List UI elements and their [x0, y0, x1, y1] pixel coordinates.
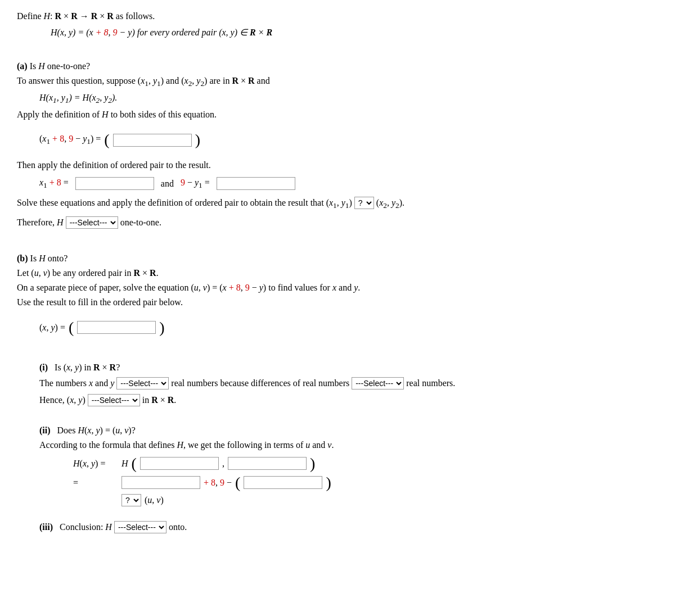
lhs-expr: (x1 + 8, 9 − y1) = [39, 134, 101, 146]
part-b-ii-intro: According to the formula that defines H,… [39, 440, 658, 450]
main-formula: H(x, y) = (x + 8, 9 − y) for every order… [51, 27, 658, 38]
hxy-row3: ? = ≠ (u, v) [73, 494, 658, 506]
hence-text: Hence, (x, y) ---Select--- is is not in … [39, 394, 658, 406]
input-box-y1[interactable] [217, 177, 295, 190]
part-b-ii-header: (ii) Does H(x, y) = (u, v)? [39, 425, 658, 436]
equals-label: = [73, 478, 118, 488]
xy-label: (x, y) = [39, 323, 65, 333]
input-h-arg2[interactable] [228, 457, 307, 470]
select-one-to-one[interactable]: ---Select--- is is not [66, 216, 118, 229]
part-b-i-text: The numbers x and y ---Select--- are are… [39, 377, 658, 389]
y1-label: 9 − y1 = [181, 178, 210, 190]
hxy-row1: H(x, y) = H ( , ) [73, 456, 658, 472]
input-box-xy[interactable] [77, 321, 156, 334]
part-b-i-header: (i) Is (x, y) in R × R? [39, 363, 658, 373]
part-a-intro: To answer this question, suppose (x1, y1… [17, 76, 658, 88]
compare-select[interactable]: ? = ≠ [354, 197, 374, 209]
header-text: Define H: R × R → R × R as follows. [17, 11, 155, 21]
input-box-1[interactable] [113, 134, 192, 147]
hxy-label: H(x, y) = [73, 459, 118, 469]
part-b-iii: (iii) Conclusion: H ---Select--- is is n… [39, 521, 658, 533]
and-text: and [166, 76, 179, 85]
input-h-arg1[interactable] [140, 457, 219, 470]
x1-label: x1 + 8 = [39, 178, 69, 190]
close-paren-2: ) [159, 320, 164, 336]
part-a-header: (a) Is H one-to-one? [17, 61, 658, 71]
input-expand1[interactable] [122, 476, 200, 489]
h-func-label: H [122, 459, 128, 469]
close-paren-h: ) [310, 456, 315, 472]
open-paren-expand: ( [235, 475, 240, 491]
part-b-ii: (ii) Does H(x, y) = (u, v)? According to… [39, 425, 658, 506]
close-paren-1: ) [195, 132, 200, 148]
select-compare-uv[interactable]: ? = ≠ [122, 494, 141, 506]
select-hence[interactable]: ---Select--- is is not [88, 394, 140, 406]
part-b-iii-header: (iii) Conclusion: H ---Select--- is is n… [39, 521, 658, 533]
open-paren-2: ( [69, 320, 74, 336]
open-paren-1: ( [104, 132, 109, 148]
input-expand2[interactable] [244, 476, 322, 489]
part-b-instruction1: On a separate piece of paper, solve the … [17, 283, 658, 293]
input-box-x1[interactable] [75, 177, 154, 190]
part-b-i: (i) Is (x, y) in R × R? The numbers x an… [39, 363, 658, 406]
comma-h: , [222, 459, 224, 469]
part-b: (b) Is H onto? Let (u, v) be any ordered… [17, 253, 658, 533]
xy-pair-row: (x, y) = ( ) [39, 314, 658, 341]
part-b-intro: Let (u, v) be any ordered pair in R × R. [17, 268, 658, 278]
and-label: and [161, 179, 174, 189]
solve-instruction: Solve these equations and apply the defi… [17, 197, 658, 210]
select-xy-real1[interactable]: ---Select--- are are not [116, 377, 169, 389]
part-a: (a) Is H one-to-one? To answer this ques… [17, 61, 658, 229]
uv-label: (u, v) [145, 495, 164, 505]
header-define: Define H: R × R → R × R as follows. [17, 11, 658, 21]
split-equation-row: x1 + 8 = and 9 − y1 = [39, 177, 658, 190]
plus8-label: + 8, 9 − [204, 478, 232, 488]
select-xy-real2[interactable]: ---Select--- are are not [352, 377, 404, 389]
hxy-row2: = + 8, 9 − ( ) [73, 475, 658, 491]
select-onto[interactable]: ---Select--- is is not [114, 521, 166, 533]
close-paren-expand: ) [326, 475, 331, 491]
part-b-header: (b) Is H onto? [17, 253, 658, 264]
apply-definition: Apply the definition of H to both sides … [17, 110, 658, 120]
open-paren-h: ( [132, 456, 137, 472]
part-b-instruction2: Use the result to fill in the ordered pa… [17, 297, 658, 307]
conclusion-a: Therefore, H ---Select--- is is not one-… [17, 216, 658, 229]
apply-ordered-pair: Then apply the definition of ordered pai… [17, 160, 658, 170]
part-a-equation: H(x1, y1) = H(x2, y2). [39, 93, 658, 105]
equation-input-row: (x1 + 8, 9 − y1) = ( ) [39, 126, 658, 153]
